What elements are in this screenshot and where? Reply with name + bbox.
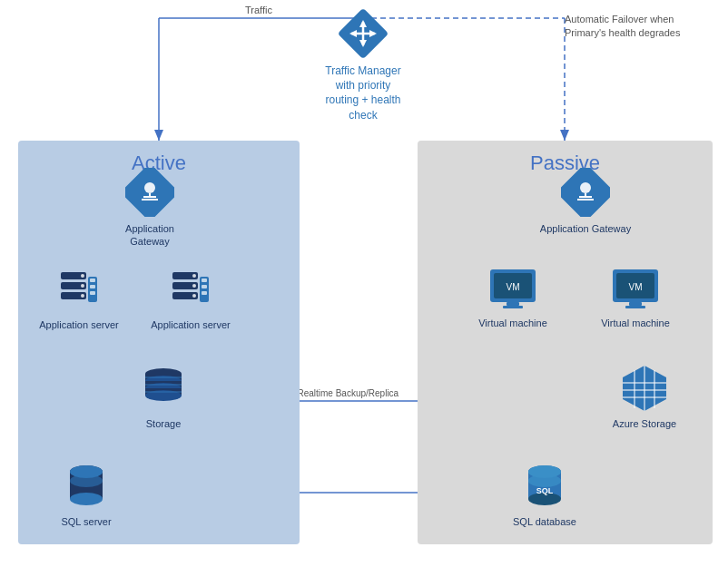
- svg-rect-71: [503, 306, 523, 308]
- active-storage-icon: [127, 363, 200, 412]
- active-app-server-1-label: Application server: [38, 318, 120, 331]
- svg-rect-76: [625, 306, 645, 308]
- passive-azure-storage: Azure Storage: [599, 363, 690, 430]
- active-sql-server: SQL server: [50, 461, 123, 528]
- svg-rect-33: [90, 291, 95, 295]
- svg-marker-8: [560, 130, 569, 141]
- passive-sql-database-label: SQL database: [504, 515, 585, 528]
- passive-vm-1-icon: VM: [467, 268, 558, 311]
- passive-azure-storage-icon: [599, 363, 690, 412]
- traffic-manager-label: Traffic Managerwith priorityrouting + he…: [304, 64, 422, 122]
- active-app-server-2: Application server: [150, 268, 231, 331]
- svg-point-46: [192, 294, 196, 298]
- passive-app-gateway-icon: [536, 168, 635, 217]
- svg-text:Traffic: Traffic: [245, 5, 272, 15]
- diagram-container: Traffic Near Realtime Backup/Replica Nea…: [0, 0, 728, 567]
- svg-point-45: [192, 284, 196, 288]
- svg-rect-42: [202, 285, 207, 288]
- active-app-server-1: Application server: [38, 268, 120, 331]
- traffic-manager-icon: [339, 9, 388, 58]
- svg-rect-43: [202, 291, 207, 295]
- svg-marker-3: [154, 130, 163, 141]
- passive-azure-storage-label: Azure Storage: [599, 417, 690, 430]
- svg-point-63: [580, 182, 591, 193]
- active-sql-server-icon: [50, 461, 123, 510]
- passive-vm-1: VM Virtual machine: [467, 268, 558, 329]
- passive-app-gateway: Application Gateway: [536, 168, 635, 235]
- svg-point-23: [144, 182, 155, 193]
- svg-text:VM: VM: [629, 282, 643, 292]
- svg-point-61: [70, 465, 103, 478]
- svg-rect-41: [202, 279, 207, 282]
- active-app-server-2-label: Application server: [150, 318, 231, 331]
- passive-sql-database: SQL SQL database: [504, 461, 585, 528]
- active-storage-label: Storage: [127, 417, 200, 430]
- active-app-gateway-label: Application Gateway: [104, 222, 195, 249]
- active-storage: Storage: [127, 363, 200, 430]
- svg-point-59: [70, 493, 103, 505]
- svg-text:VM: VM: [507, 282, 520, 292]
- active-sql-server-label: SQL server: [50, 515, 123, 528]
- active-app-server-2-icon: [150, 268, 231, 313]
- active-app-server-1-icon: [38, 268, 120, 313]
- svg-point-88: [528, 465, 561, 478]
- svg-point-36: [81, 294, 84, 298]
- svg-point-34: [81, 274, 84, 278]
- svg-rect-75: [629, 302, 642, 306]
- svg-rect-70: [507, 302, 519, 306]
- passive-vm-2-label: Virtual machine: [590, 317, 681, 329]
- active-app-gateway-icon: [104, 168, 195, 217]
- passive-vm-2: VM Virtual machine: [590, 268, 681, 329]
- passive-vm-2-icon: VM: [590, 268, 681, 311]
- passive-app-gateway-label: Application Gateway: [536, 222, 635, 235]
- svg-rect-32: [90, 285, 95, 288]
- svg-point-35: [81, 284, 84, 288]
- passive-sql-database-icon: SQL: [504, 461, 585, 510]
- active-app-gateway: Application Gateway: [104, 168, 195, 249]
- passive-vm-1-label: Virtual machine: [467, 317, 558, 329]
- failover-text: Automatic Failover whenPrimary's health …: [565, 13, 696, 41]
- svg-text:SQL: SQL: [536, 486, 554, 495]
- svg-point-44: [192, 274, 196, 278]
- svg-rect-31: [90, 279, 95, 282]
- traffic-manager-area: Traffic Managerwith priorityrouting + he…: [304, 9, 422, 122]
